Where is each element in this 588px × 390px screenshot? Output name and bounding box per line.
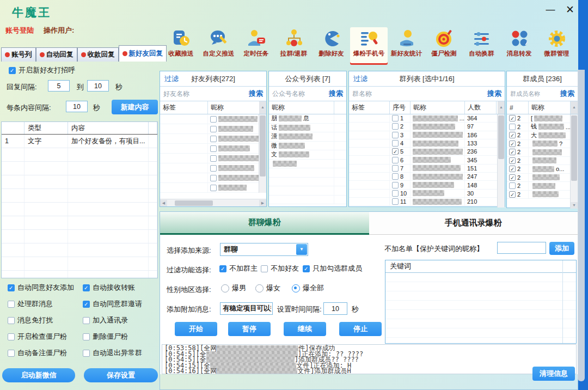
reply-interval-from-input[interactable] [48, 80, 70, 92]
group-row[interactable]: 3186 [349, 131, 505, 139]
friends-hscrollbar[interactable]: ◀ ▶ [160, 199, 266, 206]
auto-option-1[interactable]: 自动接收转账 [83, 283, 157, 292]
checkbox-unchecked[interactable] [392, 182, 399, 188]
friend-row[interactable] [160, 173, 266, 183]
gender-option-1[interactable]: 爆女 [255, 283, 280, 293]
group-row[interactable]: 11210 [349, 198, 505, 206]
gender-option-0[interactable]: 爆男 [221, 283, 246, 293]
scroll-left-icon[interactable]: ◀ [160, 200, 167, 206]
checkbox-checked[interactable] [509, 149, 516, 155]
save-settings-button[interactable]: 保存设置 [84, 368, 158, 382]
checkbox-unchecked[interactable] [392, 157, 399, 163]
checkbox-checked[interactable] [509, 115, 516, 121]
official-account-row[interactable]: 文 [269, 150, 346, 160]
official-account-row[interactable]: 微 [269, 142, 346, 151]
auto-option-8[interactable]: 自动备注僵尸粉 [8, 348, 82, 358]
scroll-up-icon[interactable]: ▲ [571, 101, 578, 114]
clear-log-button[interactable]: 清理信息 [532, 367, 575, 381]
checkbox-unchecked[interactable] [8, 333, 15, 340]
friend-row[interactable] [160, 114, 266, 124]
toolbar-item-new-friend-stats[interactable]: 新好友统计 [388, 27, 425, 63]
new-content-button[interactable]: 新建内容 [112, 100, 158, 114]
checkbox-unchecked[interactable] [261, 265, 268, 272]
checkbox-unchecked[interactable] [210, 185, 217, 191]
checkbox-checked[interactable] [219, 265, 226, 272]
vertical-scrollbar[interactable] [497, 114, 505, 208]
checkbox-unchecked[interactable] [392, 140, 399, 147]
checkbox-checked[interactable] [509, 141, 516, 147]
scroll-thumb[interactable] [260, 115, 266, 176]
checkbox-unchecked[interactable] [509, 124, 516, 130]
scroll-up-icon[interactable]: ▲ [498, 101, 505, 114]
source-dropdown[interactable]: 群聊 [220, 243, 308, 256]
checkbox-unchecked[interactable] [392, 123, 399, 130]
groups-filter-link[interactable]: 过滤 [353, 74, 367, 84]
reply-tab-2[interactable]: 收款回复 [77, 47, 119, 62]
fans-tab-0[interactable]: 群聊爆粉 [160, 212, 369, 235]
content-interval-input[interactable] [66, 101, 88, 112]
checkbox-checked[interactable] [83, 284, 90, 291]
filter-option-0[interactable]: 不加群主 [219, 264, 258, 273]
group-row[interactable]: 9148 [349, 181, 505, 189]
toolbar-item-favorite-push[interactable]: 收藏推送 [162, 27, 200, 63]
checkbox-checked[interactable] [392, 148, 399, 155]
checkbox-unchecked[interactable] [210, 136, 217, 142]
group-row[interactable]: 297 [349, 123, 505, 131]
checkbox-checked[interactable] [9, 67, 16, 74]
member-row[interactable]: 2 [507, 182, 578, 191]
checkbox-checked[interactable] [509, 174, 516, 181]
checkbox-unchecked[interactable] [392, 190, 399, 197]
checkbox-unchecked[interactable] [392, 132, 399, 138]
member-row[interactable]: 2钱... [507, 123, 578, 132]
member-row[interactable]: 2 [507, 157, 578, 166]
reply-interval-to-input[interactable] [87, 80, 109, 92]
toolbar-item-group-manage[interactable]: 微群管理 [538, 27, 575, 63]
toolbar-item-message-forward[interactable]: 消息转发 [500, 27, 538, 63]
checkbox-unchecked[interactable] [392, 115, 399, 121]
official-account-row[interactable]: 朋息 [269, 114, 346, 124]
checkbox-unchecked[interactable] [83, 350, 90, 357]
scroll-thumb[interactable] [571, 115, 577, 181]
group-row[interactable]: 4133 [349, 139, 505, 148]
log-output[interactable]: [0:53:58][全网件]保存成功[0:54:5][全]正在添加: ?? ??… [162, 344, 577, 374]
time-interval-input[interactable] [323, 302, 347, 315]
gender-option-2[interactable]: 爆全部 [292, 283, 324, 293]
vertical-scrollbar[interactable] [259, 114, 266, 193]
checkbox-unchecked[interactable] [83, 333, 90, 340]
member-row[interactable]: 2 [507, 174, 578, 182]
checkbox-unchecked[interactable] [210, 116, 217, 123]
checkbox-unchecked[interactable] [8, 301, 15, 308]
groups-search-input[interactable]: 群名称 [352, 89, 372, 99]
toolbar-item-zombie-detect[interactable]: 僵尸检测 [425, 27, 463, 63]
filter-option-2[interactable]: 只加勾选群成员 [303, 264, 362, 273]
blacklist-input[interactable] [497, 242, 546, 254]
radio-unselected[interactable] [221, 284, 229, 292]
checkbox-checked[interactable] [509, 157, 516, 164]
friend-row[interactable] [160, 124, 266, 134]
checkbox-unchecked[interactable] [210, 175, 217, 181]
close-button[interactable]: ✕ [561, 2, 579, 18]
checkbox-unchecked[interactable] [210, 165, 217, 172]
group-row[interactable]: 1...364 [349, 114, 505, 123]
auto-option-9[interactable]: 自动退出异常群 [83, 348, 157, 358]
auto-option-0[interactable]: 自动同意好友添加 [8, 283, 82, 292]
auto-option-2[interactable]: 处理群消息 [8, 299, 82, 309]
filter-option-1[interactable]: 不加好友 [261, 264, 299, 273]
reply-tab-3[interactable]: 新好友回复 [119, 45, 167, 62]
scroll-up-icon[interactable]: ▲ [259, 101, 266, 114]
group-row[interactable]: 1030 [349, 190, 505, 198]
table-row[interactable]: 1文字加个好友备份，有项目... [2, 135, 157, 148]
scroll-down-icon[interactable]: ▼ [571, 202, 578, 209]
checkbox-checked[interactable] [8, 284, 15, 291]
pause-button[interactable]: 暂停 [228, 322, 271, 336]
checkbox-unchecked[interactable] [210, 155, 217, 162]
toolbar-item-phone-fans[interactable]: 爆粉手机号 [350, 27, 388, 63]
radio-unselected[interactable] [255, 284, 264, 292]
fans-tab-1[interactable]: 手机通讯录爆粉 [369, 212, 578, 235]
radio-selected[interactable] [292, 284, 300, 292]
greet-option[interactable]: 开启新好友打招呼 [9, 65, 75, 75]
member-row[interactable]: 2[ [507, 114, 578, 123]
add-keyword-button[interactable]: 添加 [549, 242, 574, 255]
scroll-right-icon[interactable]: ▶ [259, 200, 266, 206]
stop-button[interactable]: 停止 [339, 322, 382, 336]
